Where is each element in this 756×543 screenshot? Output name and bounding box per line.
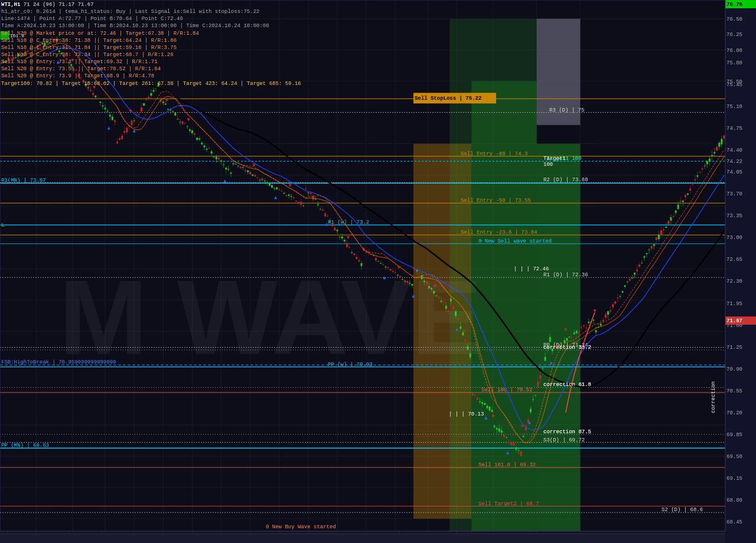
sell-line-0: Sell %20 @ Market price or at: 72.46 | T… — [1, 30, 301, 37]
sell-line-4: Sell %10 @ Entry: 73.3 || Target:69.32 |… — [1, 58, 301, 66]
targets-line: Target100: 70.82 | Target 1B:68.02 | Tar… — [1, 80, 301, 87]
sell-line-6: Sell %20 @ Entry: 73.9 || Target:68.9 | … — [1, 73, 301, 80]
sell-line-5: Sell %20 @ Entry: 73.55 || Target:70.52 … — [1, 66, 301, 73]
points-line: Line:1474 | Point A:72.77 | Point B:70.6… — [1, 15, 301, 22]
times-line: Time A:2024.10.23 13:00:00 | Time B:2024… — [1, 22, 301, 30]
sell-line-2: Sell %10 @ C_Entry:31: 71.84 || Target:5… — [1, 44, 301, 51]
sell-line-1: Sell %10 @ C_Entry:38: 71.38 || Target:6… — [1, 37, 301, 44]
header-info: WTI,H1 71 24 (96) 71.17 71.67 h1_atr_c0:… — [1, 1, 301, 87]
chart-title: WTI,H1 71 24 (96) 71.17 71.67 — [1, 1, 301, 8]
sell-line-3: Sell %10 @ C_Entry:98: 72.34 || Target:6… — [1, 51, 301, 58]
status-line: h1_atr_c0: 0.2614 | tema_h1_status: Buy … — [1, 8, 301, 15]
time-axis — [0, 534, 725, 543]
chart-container: WTI,H1 71 24 (96) 71.17 71.67 h1_atr_c0:… — [0, 0, 756, 543]
